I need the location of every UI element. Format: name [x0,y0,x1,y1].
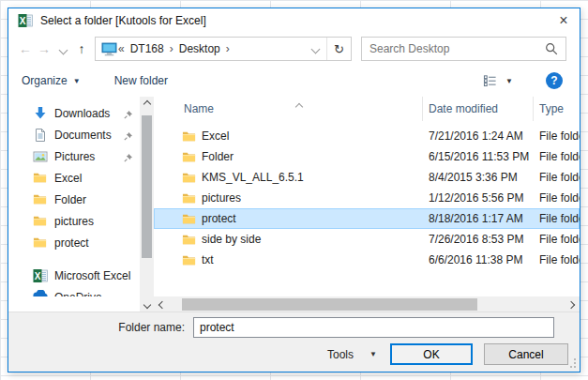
sidebar-item-downloads[interactable]: Downloads [8,102,140,124]
help-icon[interactable]: ? [546,72,563,89]
column-header-date-modified[interactable]: Date modified [423,97,534,121]
excel-icon: X [33,268,48,283]
search-input[interactable] [362,41,545,56]
pin-icon [124,152,133,161]
sidebar-item-folder[interactable]: Folder [8,189,140,210]
file-date-modified: 1/12/2016 5:56 PM [429,191,523,205]
file-type: File folder [539,129,580,143]
scrollbar-thumb[interactable] [182,298,477,311]
download-icon [33,106,48,121]
window-title: Select a folder [Kutools for Excel] [40,14,206,27]
scrollbar-thumb[interactable] [142,115,152,258]
file-date-modified: 8/18/2016 1:17 AM [429,212,523,225]
address-bar[interactable]: « DT168 › Desktop › ↻ [95,37,352,61]
sidebar-item-label: pictures [54,215,94,228]
column-header-type[interactable]: Type [534,97,580,121]
file-row[interactable]: txt 6/6/2016 11:38 PM File folder [154,250,580,270]
file-name: KMS_VL_ALL_6.5.1 [202,171,304,184]
file-date-modified: 7/21/2016 1:24 AM [429,129,523,143]
tools-button[interactable]: Tools ▼ [327,343,377,365]
sidebar-vertical-scrollbar[interactable] [140,97,154,312]
search-box[interactable] [361,37,566,61]
file-name: side by side [202,233,261,246]
onedrive-icon [33,290,48,297]
sidebar-item-label: Documents [54,129,112,142]
file-type: File folder [539,233,580,246]
breadcrumb-item-dt168[interactable]: DT168 [126,42,169,55]
sidebar-item-label: Pictures [54,150,95,163]
excel-app-icon: X [18,13,33,28]
svg-text:X: X [20,16,26,26]
organize-label: Organize [22,74,68,87]
scroll-down-icon[interactable] [140,297,154,312]
file-row[interactable]: Folder 6/15/2016 11:53 PM File folder [154,146,580,167]
file-date-modified: 6/6/2016 11:38 PM [429,253,523,266]
select-folder-dialog: X Select a folder [Kutools for Excel] × … [8,8,580,372]
breadcrumb-overflow-icon[interactable]: « [117,42,126,55]
desktop-icon [101,42,117,56]
file-name: pictures [202,191,241,205]
file-name: txt [202,253,214,266]
file-list: Name Date modified Type Excel 7/21/2016 … [154,97,580,296]
view-dropdown-icon[interactable]: ▼ [505,77,513,85]
pin-icon [124,109,133,118]
file-row[interactable]: side by side 7/26/2016 8:53 PM File fold… [154,229,580,250]
sidebar-item-label: Downloads [54,107,110,120]
recent-locations-chevron-icon[interactable] [53,41,72,56]
file-row[interactable]: pictures 1/12/2016 5:56 PM File folder [154,188,580,208]
folder-name-label: Folder name: [8,321,193,334]
address-dropdown-chevron-icon[interactable] [305,42,326,55]
dialog-content: Downloads Documents Pictures Excel Folde… [8,97,580,312]
sidebar-item-pictures[interactable]: pictures [8,210,140,232]
resize-grip[interactable] [566,358,577,369]
sidebar-group-roots: X Microsoft Excel OneDrive [8,265,140,296]
folder-icon [182,233,196,246]
sidebar-item-label: Microsoft Excel [54,269,130,282]
folder-name-input[interactable] [193,317,554,338]
close-icon[interactable]: × [548,8,580,33]
search-icon [545,42,558,55]
svg-text:X: X [35,271,41,281]
folder-icon [182,253,196,266]
details-view-icon[interactable] [483,74,497,87]
ok-button[interactable]: OK [390,343,473,365]
up-icon[interactable]: ↑ [72,41,91,56]
file-type: File folder [539,171,580,184]
title-bar[interactable]: X Select a folder [Kutools for Excel] × [8,8,580,33]
file-row[interactable]: protect 8/18/2016 1:17 AM File folder [154,208,580,229]
folder-icon [182,150,196,163]
breadcrumb-separator-icon[interactable]: › [225,42,231,55]
organize-dropdown-icon: ▼ [73,77,81,85]
file-type: File folder [539,212,580,225]
sidebar-item-label: Excel [54,172,82,185]
cancel-button[interactable]: Cancel [484,343,568,365]
file-name: protect [202,212,236,225]
scroll-left-icon[interactable] [155,296,170,312]
tools-dropdown-icon: ▼ [369,350,377,358]
file-date-modified: 6/15/2016 11:53 PM [429,150,529,163]
sidebar-item-pictures[interactable]: Pictures [8,145,140,167]
new-folder-button[interactable]: New folder [114,74,168,87]
organize-button[interactable]: Organize ▼ [22,74,81,87]
tools-label: Tools [327,348,354,361]
file-row[interactable]: Excel 7/21/2016 1:24 AM File folder [154,126,580,146]
scroll-up-icon[interactable] [140,97,154,112]
column-header-name[interactable]: Name [154,97,423,121]
file-row[interactable]: KMS_VL_ALL_6.5.1 8/4/2015 3:36 PM File f… [154,167,580,188]
folder-icon [182,171,196,184]
sidebar-item-excel[interactable]: Excel [8,167,140,189]
refresh-icon[interactable]: ↻ [326,38,351,60]
navigation-pane: Downloads Documents Pictures Excel Folde… [8,97,140,296]
sidebar-item-microsoft-excel[interactable]: X Microsoft Excel [8,265,140,286]
scroll-right-icon[interactable] [564,296,579,312]
sidebar-item-onedrive[interactable]: OneDrive [8,286,140,296]
sidebar-item-protect[interactable]: protect [8,232,140,253]
list-horizontal-scrollbar[interactable] [154,296,580,312]
file-type: File folder [539,253,580,266]
breadcrumb-item-desktop[interactable]: Desktop [174,42,225,55]
folder-icon [33,236,48,251]
back-icon[interactable]: ← [16,41,35,56]
file-type: File folder [539,191,580,205]
forward-icon[interactable]: → [35,41,53,56]
sidebar-item-documents[interactable]: Documents [8,124,140,145]
